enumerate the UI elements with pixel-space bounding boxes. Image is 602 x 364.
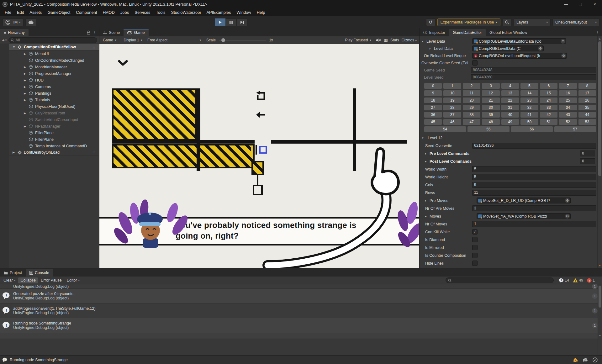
scroll-down-icon[interactable]: ▼ — [598, 264, 602, 267]
hierarchy-item[interactable]: ▶ MenuUI ⋮ — [9, 50, 99, 57]
level-select-button[interactable]: 14 — [520, 90, 538, 96]
error-pause-toggle[interactable]: Error Pause — [39, 277, 64, 283]
value-field[interactable]: 11 — [472, 190, 596, 196]
foldout-arrow[interactable] — [425, 152, 430, 155]
puzzle-piece-striped[interactable] — [251, 161, 264, 175]
tab-gamedataeditor[interactable]: GameDataEditor — [449, 29, 486, 36]
overwrite-game-seed-checkbox[interactable] — [472, 60, 478, 66]
level-select-button[interactable]: 35 — [578, 104, 596, 111]
puzzle-block-striped-band[interactable] — [112, 144, 255, 168]
level-12-header[interactable]: Level 12 — [421, 134, 596, 142]
count-field[interactable]: 0 — [580, 158, 595, 164]
console-search-input[interactable] — [446, 277, 554, 283]
foldout-arrow[interactable] — [425, 215, 430, 218]
undo-arrow-icon[interactable] — [256, 109, 266, 120]
play-button[interactable] — [215, 18, 225, 26]
menu-item[interactable]: GameObject — [45, 10, 73, 15]
status-message[interactable]: Running node SomethingStrange — [10, 358, 68, 362]
level-select-button[interactable]: 32 — [520, 104, 538, 111]
menu-item[interactable]: Tools — [153, 10, 168, 15]
expand-arrow-icon[interactable]: ▼ — [13, 45, 18, 49]
level-select-button[interactable]: 49 — [501, 119, 519, 125]
maximize-button[interactable] — [573, 0, 588, 8]
value-field[interactable]: 9 — [472, 182, 596, 188]
expand-arrow-icon[interactable]: ▶ — [24, 98, 29, 102]
hierarchy-item[interactable]: Temp Instance of CommandD ⋮ — [9, 143, 99, 149]
checkbox[interactable] — [472, 237, 478, 242]
menu-item[interactable]: Assets — [27, 10, 45, 15]
scroll-up-icon[interactable]: ▲ — [598, 37, 602, 40]
value-field[interactable]: 621014336 — [472, 143, 596, 149]
object-picker-icon[interactable] — [561, 53, 566, 58]
step-button[interactable] — [237, 18, 247, 26]
search-button[interactable] — [502, 18, 512, 26]
level-select-button[interactable]: 56 — [511, 126, 553, 132]
scroll-down-icon[interactable]: ▼ — [598, 334, 602, 337]
tab-global-editor-window[interactable]: Global Editor Window — [486, 29, 531, 36]
restart-icon[interactable] — [256, 91, 266, 101]
more-options-icon[interactable]: ⋮ — [596, 30, 600, 35]
aspect-ratio-dropdown[interactable]: Free Aspect▾ — [145, 37, 203, 43]
level-select-button[interactable]: 21 — [482, 97, 500, 103]
editor-dropdown[interactable]: Editor▾ — [65, 277, 82, 283]
foldout-arrow[interactable] — [425, 160, 430, 163]
expand-arrow-icon[interactable]: ▶ — [24, 92, 29, 95]
log-count-toggle[interactable]: ! 14 — [557, 278, 571, 283]
level-select-button[interactable]: 41 — [520, 112, 538, 118]
experimental-packages-button[interactable]: Experimental Packages In Use ▾ — [437, 18, 500, 26]
menu-item[interactable]: Edit — [14, 10, 27, 15]
level-select-button[interactable]: 11 — [462, 90, 481, 96]
hierarchy-item[interactable]: SwitchVirtualCursorInput ⋮ — [9, 116, 99, 123]
clear-button[interactable]: Clear▾ — [1, 277, 18, 283]
tab-console[interactable]: Console — [26, 269, 53, 277]
hierarchy-item[interactable]: ▶ Tutorials ⋮ — [9, 97, 99, 103]
menu-item[interactable]: Help — [254, 10, 268, 15]
level-data-object-field[interactable]: CompRGBLevelDataEditorData (Co — [472, 38, 566, 44]
checkbox[interactable] — [472, 245, 478, 250]
level-select-button[interactable]: 5 — [520, 83, 538, 89]
level-select-button[interactable]: 22 — [501, 97, 519, 103]
undo-history-button[interactable]: ↺ — [426, 18, 436, 26]
tab-hierarchy[interactable]: ≡ Hierarchy — [0, 29, 29, 36]
tab-project[interactable]: Project — [0, 269, 26, 277]
hierarchy-item[interactable]: ▶ Cameras ⋮ — [9, 83, 99, 90]
hierarchy-item[interactable]: ▶ Paintings ⋮ — [9, 90, 99, 97]
foldout-arrow[interactable] — [425, 199, 430, 202]
level-select-button[interactable]: 57 — [554, 126, 596, 132]
foldout-arrow[interactable] — [430, 47, 434, 50]
level-select-button[interactable]: 28 — [443, 104, 461, 111]
expand-arrow-icon[interactable]: ▶ — [13, 151, 18, 154]
lock-icon[interactable] — [87, 30, 90, 34]
value-field[interactable]: 5 — [472, 166, 596, 172]
menu-item[interactable]: FMOD — [100, 10, 118, 15]
level-select-button[interactable]: 53 — [578, 119, 596, 125]
menu-item[interactable]: Window — [234, 10, 254, 15]
menu-item[interactable]: Jobs — [118, 10, 132, 15]
level-select-button[interactable]: 54 — [424, 126, 466, 132]
value-field[interactable]: 1 — [472, 221, 596, 227]
hierarchy-item[interactable]: ▶ MondrianManager ⋮ — [9, 64, 99, 70]
pause-button[interactable] — [226, 18, 236, 26]
hierarchy-item[interactable]: OnColorBlindModeChanged ⋮ — [9, 57, 99, 64]
level-select-button[interactable]: 0 — [424, 83, 442, 89]
level-select-button[interactable]: 31 — [501, 104, 519, 111]
console-log-entry[interactable]: ! Running node SomethingStrange UnityEng… — [0, 318, 602, 333]
level-select-button[interactable]: 25 — [559, 97, 577, 103]
level-select-button[interactable]: 30 — [482, 104, 500, 111]
level-select-button[interactable]: 24 — [540, 97, 558, 103]
console-scrollbar[interactable]: ▼ — [598, 284, 602, 355]
level-select-button[interactable]: 45 — [424, 119, 442, 125]
level-select-button[interactable]: 46 — [443, 119, 461, 125]
collapse-toggle[interactable]: Collapse — [18, 277, 38, 283]
more-options-icon[interactable]: ⋮ — [92, 45, 99, 50]
game-display-mode-dropdown[interactable]: Game▾ — [101, 37, 119, 43]
level-select-button[interactable]: 2 — [462, 83, 481, 89]
hierarchy-item[interactable]: ▶ NPadManager ⋮ — [9, 123, 99, 129]
level-select-button[interactable]: 15 — [540, 90, 558, 96]
hierarchy-item[interactable]: ▶ HUD ⋮ — [9, 77, 99, 83]
level-select-button[interactable]: 3 — [482, 83, 500, 89]
object-picker-icon[interactable] — [565, 214, 570, 219]
account-button[interactable]: TM ▾ — [3, 18, 24, 26]
collab-offline-icon[interactable] — [583, 357, 588, 362]
level-data-sub-object-field[interactable]: CompRGBLevelData (C — [472, 45, 544, 51]
